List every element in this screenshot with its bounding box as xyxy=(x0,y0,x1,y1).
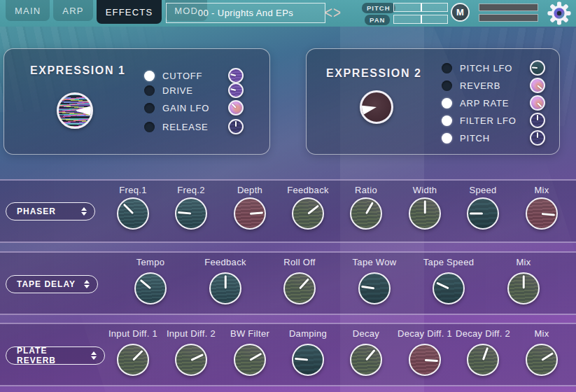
mod-target-row: GAIN LFO xyxy=(144,100,244,115)
target-amount-knob[interactable] xyxy=(228,100,244,115)
param-knob[interactable] xyxy=(467,197,499,230)
target-amount-knob[interactable] xyxy=(228,83,244,98)
target-amount-knob[interactable] xyxy=(530,95,545,111)
param-label: Mix xyxy=(516,257,531,267)
param-knob[interactable] xyxy=(117,197,149,230)
pan-slider[interactable] xyxy=(393,15,448,24)
param-knob[interactable] xyxy=(467,344,499,376)
target-select-radio[interactable] xyxy=(144,71,155,81)
target-select-radio[interactable] xyxy=(442,63,452,74)
effect-slot-phaser: PHASER Freq.1 Freq.2 Depth Feedback Rati… xyxy=(0,179,576,243)
param-knob[interactable] xyxy=(433,272,465,304)
knob-pointer xyxy=(436,282,449,289)
param-knob[interactable] xyxy=(209,272,241,304)
param-knob[interactable] xyxy=(350,197,382,230)
tab-arp[interactable]: ARP xyxy=(53,0,92,21)
slider-handle[interactable] xyxy=(421,4,422,11)
target-amount-knob[interactable] xyxy=(228,119,244,134)
param-knob[interactable] xyxy=(526,344,558,376)
knob-pointer xyxy=(232,104,237,108)
knob-pointer xyxy=(299,278,309,289)
expression1-panel: EXPRESSION 1 CUTOFF DRIVE GAIN LFO RELEA… xyxy=(3,48,270,155)
target-select-radio[interactable] xyxy=(442,133,452,144)
param-knob[interactable] xyxy=(175,344,207,376)
param-knob[interactable] xyxy=(283,272,316,304)
param-label: Freq.2 xyxy=(177,185,204,195)
param-label: Speed xyxy=(469,185,496,195)
effect-name: TAPE DELAY xyxy=(17,279,76,289)
knob-pointer xyxy=(425,359,438,361)
target-label: PITCH xyxy=(460,133,490,144)
target-amount-knob[interactable] xyxy=(530,113,545,128)
target-label: GAIN LFO xyxy=(162,103,209,113)
effect-select-dropdown[interactable]: PHASER xyxy=(6,202,95,220)
target-amount-knob[interactable] xyxy=(530,130,545,146)
param-label: Decay xyxy=(353,328,379,339)
target-amount-knob[interactable] xyxy=(530,60,545,76)
knob-pointer xyxy=(537,85,542,90)
target-amount-knob[interactable] xyxy=(530,78,545,93)
target-select-radio[interactable] xyxy=(442,80,452,91)
tab-main[interactable]: MAIN xyxy=(6,0,50,21)
pitch-slider[interactable] xyxy=(393,3,448,12)
knob-pointer xyxy=(523,275,525,288)
level-meter-right xyxy=(479,14,538,22)
preset-display[interactable]: 00 - Uprights And EPs xyxy=(166,3,325,23)
mod-target-row: PITCH LFO xyxy=(442,60,545,76)
knob-pointer xyxy=(541,352,553,360)
effect-slot-tape-delay: TAPE DELAY Tempo Feedback Roll Off Tape … xyxy=(0,251,576,315)
param-knob[interactable] xyxy=(234,344,266,376)
knob-pointer xyxy=(482,347,489,360)
param-label: BW Filter xyxy=(230,328,269,339)
knob-pointer xyxy=(365,202,374,214)
expression1-source-knob[interactable] xyxy=(57,92,93,129)
settings-button[interactable] xyxy=(547,1,571,25)
expression2-source-knob[interactable] xyxy=(360,90,393,124)
param-knob[interactable] xyxy=(350,344,382,376)
param-label: Depth xyxy=(237,185,262,195)
knob-pointer xyxy=(532,66,538,69)
dropdown-arrows-icon xyxy=(76,280,90,288)
target-select-radio[interactable] xyxy=(144,103,155,113)
param-knob[interactable] xyxy=(358,272,391,304)
knob-pointer xyxy=(75,105,92,116)
param-knob[interactable] xyxy=(134,272,167,304)
param-label: Decay Diff. 2 xyxy=(456,328,510,339)
target-select-radio[interactable] xyxy=(144,85,155,96)
param-knob[interactable] xyxy=(409,344,441,376)
param-knob[interactable] xyxy=(117,344,149,376)
knob-pointer xyxy=(250,211,263,214)
knob-pointer xyxy=(190,354,203,360)
level-meter-left xyxy=(479,4,538,11)
knob-pointer xyxy=(123,204,134,214)
knob-pointer xyxy=(537,115,538,120)
target-select-radio[interactable] xyxy=(442,98,452,108)
param-label: Feedback xyxy=(204,257,246,267)
gear-icon xyxy=(547,1,571,25)
preset-prev-icon[interactable]: < xyxy=(325,1,332,24)
target-select-radio[interactable] xyxy=(144,122,155,132)
slider-handle[interactable] xyxy=(421,15,422,23)
param-knob[interactable] xyxy=(234,197,266,230)
master-mute-button[interactable]: M xyxy=(451,3,470,22)
param-knob[interactable] xyxy=(292,344,324,376)
param-label: Decay Diff. 1 xyxy=(398,328,452,339)
effect-select-dropdown[interactable]: TAPE DELAY xyxy=(6,275,98,293)
target-select-radio[interactable] xyxy=(442,115,452,126)
tab-effects[interactable]: EFFECTS xyxy=(97,0,162,24)
effect-select-dropdown[interactable]: PLATE REVERB xyxy=(6,346,105,365)
param-knob[interactable] xyxy=(507,272,540,304)
expression2-panel: EXPRESSION 2 PITCH LFO REVERB ARP RATE F… xyxy=(306,48,560,155)
mod-target-row: PITCH xyxy=(442,130,545,146)
param-knob[interactable] xyxy=(526,197,558,230)
plugin-window: MAIN ARP EFFECTS MOD 00 - Uprights And E… xyxy=(0,0,576,392)
param-knob[interactable] xyxy=(292,197,324,230)
mod-target-row: CUTOFF xyxy=(144,68,244,83)
param-knob[interactable] xyxy=(409,197,441,230)
param-knob[interactable] xyxy=(175,197,207,230)
pitch-label: PITCH xyxy=(362,3,395,13)
preset-next-icon[interactable]: > xyxy=(333,1,341,24)
target-amount-knob[interactable] xyxy=(228,68,244,83)
knob-pointer xyxy=(132,350,143,360)
knob-pointer xyxy=(225,275,227,288)
